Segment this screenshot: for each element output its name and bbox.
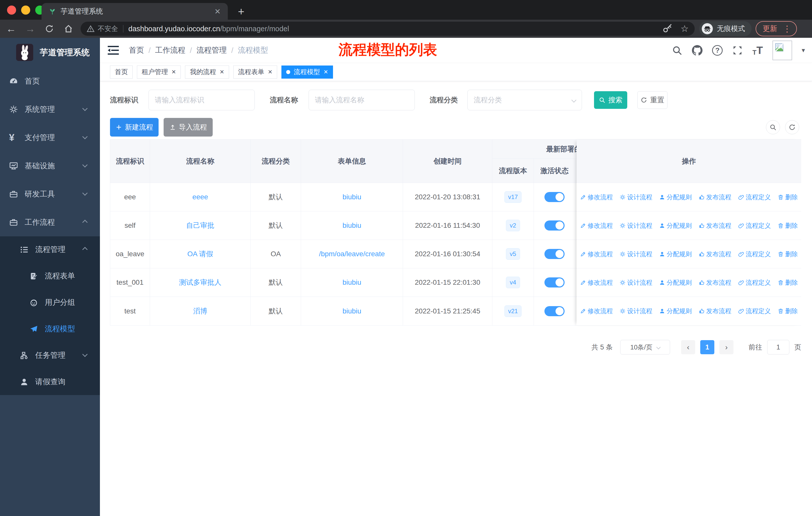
close-icon[interactable]: ✕ bbox=[323, 69, 328, 75]
form-info-link[interactable]: biubiu bbox=[343, 193, 361, 201]
action-publish-process[interactable]: 发布流程 bbox=[699, 307, 731, 315]
model-name-link[interactable]: 滔博 bbox=[193, 306, 207, 316]
action-assign-rule[interactable]: 分配规则 bbox=[659, 278, 692, 287]
sidebar-item-workflow[interactable]: 工作流程 bbox=[0, 208, 100, 236]
tab-close-icon[interactable]: ✕ bbox=[214, 7, 221, 16]
process-key-input[interactable] bbox=[148, 90, 255, 110]
action-publish-process[interactable]: 发布流程 bbox=[699, 193, 731, 201]
action-design-process[interactable]: 设计流程 bbox=[620, 221, 652, 230]
sidebar-item-home[interactable]: 首页 bbox=[0, 67, 100, 95]
breadcrumb-process-mgmt[interactable]: 流程管理 bbox=[197, 45, 227, 55]
active-toggle[interactable] bbox=[545, 220, 564, 230]
github-icon[interactable] bbox=[692, 45, 702, 56]
action-modify-process[interactable]: 修改流程 bbox=[580, 250, 613, 258]
back-button[interactable]: ← bbox=[3, 22, 19, 36]
avatar-caret-icon[interactable]: ▾ bbox=[802, 46, 805, 54]
show-search-button[interactable] bbox=[766, 120, 780, 134]
bookmark-star-icon[interactable]: ☆ bbox=[680, 23, 689, 34]
next-page-button[interactable]: › bbox=[719, 340, 733, 354]
action-modify-process[interactable]: 修改流程 bbox=[580, 307, 613, 315]
close-window-button[interactable] bbox=[7, 5, 16, 15]
action-publish-process[interactable]: 发布流程 bbox=[699, 221, 731, 230]
sidebar-item-infra[interactable]: 基础设施 bbox=[0, 152, 100, 180]
sidebar-item-system[interactable]: 系统管理 bbox=[0, 95, 100, 124]
prev-page-button[interactable]: ‹ bbox=[681, 340, 695, 354]
form-info-link[interactable]: /bpm/oa/leave/create bbox=[319, 250, 385, 258]
action-modify-process[interactable]: 修改流程 bbox=[580, 278, 613, 287]
tag-process-form[interactable]: 流程表单✕ bbox=[233, 65, 277, 79]
tag-my-process[interactable]: 我的流程✕ bbox=[185, 65, 229, 79]
action-modify-process[interactable]: 修改流程 bbox=[580, 221, 613, 230]
page-1-button[interactable]: 1 bbox=[700, 340, 714, 354]
sidebar-collapse-icon[interactable] bbox=[108, 45, 120, 55]
sidebar-item-task-mgmt[interactable]: 任务管理 bbox=[0, 342, 100, 369]
browser-menu-icon[interactable]: ⋮ bbox=[783, 24, 791, 34]
action-delete[interactable]: 删除 bbox=[778, 193, 798, 201]
sidebar-item-payment[interactable]: ¥ 支付管理 bbox=[0, 124, 100, 152]
model-name-link[interactable]: eeee bbox=[192, 193, 208, 201]
action-publish-process[interactable]: 发布流程 bbox=[699, 278, 731, 287]
minimize-window-button[interactable] bbox=[21, 5, 30, 15]
action-assign-rule[interactable]: 分配规则 bbox=[659, 307, 692, 315]
action-process-definition[interactable]: 流程定义 bbox=[738, 250, 771, 258]
form-info-link[interactable]: biubiu bbox=[343, 307, 361, 315]
close-icon[interactable]: ✕ bbox=[171, 69, 176, 75]
action-process-definition[interactable]: 流程定义 bbox=[738, 221, 771, 230]
process-name-input[interactable] bbox=[309, 90, 415, 110]
model-name-link[interactable]: OA 请假 bbox=[187, 249, 213, 259]
reset-button[interactable]: 重置 bbox=[637, 91, 668, 109]
model-name-link[interactable]: 测试多审批人 bbox=[179, 278, 222, 287]
action-publish-process[interactable]: 发布流程 bbox=[699, 250, 731, 258]
action-design-process[interactable]: 设计流程 bbox=[620, 250, 652, 258]
sidebar-item-user-group[interactable]: 用户分组 bbox=[0, 289, 100, 316]
import-process-button[interactable]: 导入流程 bbox=[164, 118, 213, 137]
fullscreen-icon[interactable] bbox=[732, 45, 743, 56]
address-bar[interactable]: 不安全 dashboard.yudao.iocoder.cn/bpm/manag… bbox=[81, 22, 695, 36]
action-design-process[interactable]: 设计流程 bbox=[620, 193, 652, 201]
page-size-select[interactable]: 10条/页 bbox=[620, 340, 670, 354]
tag-home[interactable]: 首页 bbox=[110, 65, 133, 79]
reload-button[interactable] bbox=[41, 22, 57, 36]
browser-update-button[interactable]: 更新 ⋮ bbox=[756, 21, 797, 36]
breadcrumb-home[interactable]: 首页 bbox=[129, 45, 144, 55]
new-tab-button[interactable]: + bbox=[234, 4, 248, 19]
sidebar-item-process-mgmt[interactable]: 流程管理 bbox=[0, 236, 100, 263]
home-button[interactable] bbox=[60, 22, 77, 36]
breadcrumb-workflow[interactable]: 工作流程 bbox=[155, 45, 185, 55]
action-design-process[interactable]: 设计流程 bbox=[620, 278, 652, 287]
active-toggle[interactable] bbox=[545, 277, 564, 288]
action-assign-rule[interactable]: 分配规则 bbox=[659, 250, 692, 258]
sidebar-item-process-model[interactable]: 流程模型 bbox=[0, 316, 100, 342]
action-delete[interactable]: 删除 bbox=[778, 278, 798, 287]
action-delete[interactable]: 删除 bbox=[778, 221, 798, 230]
active-toggle[interactable] bbox=[545, 192, 564, 202]
action-delete[interactable]: 删除 bbox=[778, 307, 798, 315]
goto-page-input[interactable] bbox=[767, 340, 789, 354]
action-delete[interactable]: 删除 bbox=[778, 250, 798, 258]
action-assign-rule[interactable]: 分配规则 bbox=[659, 193, 692, 201]
font-size-icon[interactable]: TT bbox=[752, 44, 763, 56]
search-icon[interactable] bbox=[672, 45, 683, 56]
help-icon[interactable]: ? bbox=[712, 45, 723, 56]
avatar[interactable] bbox=[773, 40, 792, 60]
process-category-select[interactable]: 流程分类 bbox=[467, 90, 582, 110]
active-toggle[interactable] bbox=[545, 306, 564, 316]
sidebar-item-process-form[interactable]: 流程表单 bbox=[0, 263, 100, 289]
tag-process-model[interactable]: 流程模型✕ bbox=[282, 65, 333, 79]
refresh-table-button[interactable] bbox=[785, 120, 799, 134]
close-icon[interactable]: ✕ bbox=[268, 69, 272, 75]
browser-tab[interactable]: 芋道管理系统 ✕ bbox=[41, 3, 228, 20]
action-modify-process[interactable]: 修改流程 bbox=[580, 193, 613, 201]
sidebar-item-devtools[interactable]: 研发工具 bbox=[0, 180, 100, 208]
security-indicator[interactable]: 不安全 bbox=[87, 24, 118, 33]
action-process-definition[interactable]: 流程定义 bbox=[738, 278, 771, 287]
key-icon[interactable] bbox=[663, 23, 673, 34]
forward-button[interactable]: → bbox=[22, 22, 38, 36]
action-process-definition[interactable]: 流程定义 bbox=[738, 193, 771, 201]
form-info-link[interactable]: biubiu bbox=[343, 221, 361, 229]
search-button[interactable]: 搜索 bbox=[594, 91, 627, 109]
close-icon[interactable]: ✕ bbox=[220, 69, 224, 75]
form-info-link[interactable]: biubiu bbox=[343, 278, 361, 287]
active-toggle[interactable] bbox=[545, 249, 564, 259]
create-process-button[interactable]: 新建流程 bbox=[110, 118, 158, 137]
